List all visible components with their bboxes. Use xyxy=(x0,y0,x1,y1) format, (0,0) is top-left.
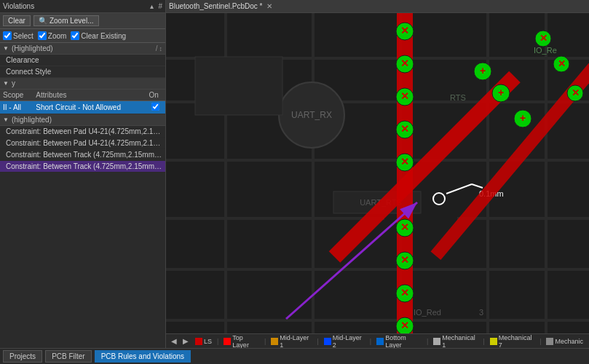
svg-text:✕: ✕ xyxy=(400,25,409,36)
layer-tab-ls[interactable]: LS xyxy=(192,337,215,346)
svg-text:✕: ✕ xyxy=(400,254,409,266)
table-row[interactable]: II - All Short Circuit - Not Allowed xyxy=(0,101,165,114)
panel-title: Violations xyxy=(3,2,34,10)
svg-text:✕: ✕ xyxy=(558,58,566,69)
layer-tab-mech1[interactable]: Mechanical 1 xyxy=(430,333,481,349)
attributes-cell: Short Circuit - Not Allowed xyxy=(33,101,146,114)
svg-text:✕: ✕ xyxy=(572,87,580,98)
layer-mid1-dot xyxy=(271,338,278,345)
layer-bottom-label: Bottom Layer xyxy=(385,334,422,349)
select-label: Select xyxy=(13,32,33,40)
col-scope: Scope xyxy=(0,90,33,101)
on-cell xyxy=(146,101,165,114)
layer-mech7-dot xyxy=(490,338,497,345)
section3-header[interactable]: ▼ (highlighted) xyxy=(0,114,165,126)
layer-tab-mid1[interactable]: Mid-Layer 1 xyxy=(268,333,315,349)
doc-title: Bluetooth_Sentinel.PcbDoc * xyxy=(169,2,262,10)
zoom-option[interactable]: Zoom xyxy=(38,31,67,40)
violation-entry-3[interactable]: Constraint: Between Track (4.725mm,2.15m… xyxy=(0,161,165,173)
section1-header[interactable]: ▼ (Highlighted) / ↕ xyxy=(0,43,165,55)
svg-rect-6 xyxy=(166,268,589,271)
section2-header[interactable]: ▼ y xyxy=(0,78,165,90)
layer-tab-top[interactable]: Top Layer xyxy=(221,333,262,349)
list-item-clearance[interactable]: Clearance xyxy=(0,55,165,66)
zoom-option-label: Zoom xyxy=(48,32,67,40)
section1-label: (Highlighted) xyxy=(12,44,53,52)
svg-text:✕: ✕ xyxy=(400,320,409,331)
panel-titlebar: Violations ▴ # xyxy=(0,0,166,12)
select-option[interactable]: Select xyxy=(3,31,33,40)
clear-existing-label: Clear Existing xyxy=(81,32,126,40)
svg-text:RTS: RTS xyxy=(450,93,466,102)
clear-existing-checkbox[interactable] xyxy=(71,31,79,40)
violation-entry-1[interactable]: Constraint: Between Pad U4-21(4.725mm,2.… xyxy=(0,138,165,149)
layer-mech1-dot xyxy=(433,338,440,345)
table-header-row: Scope Attributes On xyxy=(0,90,165,101)
svg-rect-3 xyxy=(166,159,589,162)
layer-prev-btn[interactable]: ◀ xyxy=(169,337,179,345)
svg-rect-15 xyxy=(195,57,282,115)
rule-on-checkbox[interactable] xyxy=(151,103,159,111)
layer-mech-other-label: Mechanic xyxy=(555,338,583,345)
section1-suffix: / xyxy=(156,44,158,52)
layer-mid1-label: Mid-Layer 1 xyxy=(280,334,312,349)
layer-tabs: ◀ ▶ LS | Top Layer | Mid-Layer 1 | xyxy=(166,333,589,348)
scope-cell: II - All xyxy=(0,101,33,114)
svg-rect-9 xyxy=(312,13,315,348)
tab-pcb-rules-label: PCB Rules and Violations xyxy=(101,352,184,360)
svg-text:✕: ✕ xyxy=(400,90,409,102)
layer-tab-mid2[interactable]: Mid-Layer 2 xyxy=(321,333,368,349)
clear-existing-option[interactable]: Clear Existing xyxy=(71,31,126,40)
svg-text:✕: ✕ xyxy=(400,123,409,135)
svg-text:3: 3 xyxy=(479,308,483,317)
tab-projects-label: Projects xyxy=(9,352,36,360)
violations-table: Scope Attributes On II - All Short Circu… xyxy=(0,90,165,114)
svg-text:+: + xyxy=(480,65,486,76)
main-container: Violations ▴ # Bluetooth_Sentinel.PcbDoc… xyxy=(0,0,589,364)
layer-next-btn[interactable]: ▶ xyxy=(181,337,191,345)
svg-text:✕: ✕ xyxy=(539,33,548,44)
layer-tab-mech-other[interactable]: Mechanic xyxy=(543,337,586,346)
layer-mech7-label: Mechanical 7 xyxy=(499,334,534,349)
layer-tab-bottom[interactable]: Bottom Layer xyxy=(373,333,424,349)
bottom-bar: Projects PCB Filter PCB Rules and Violat… xyxy=(0,348,589,364)
tab-pcb-filter[interactable]: PCB Filter xyxy=(45,350,92,363)
select-checkbox[interactable] xyxy=(3,31,12,40)
tab-projects[interactable]: Projects xyxy=(3,350,42,363)
svg-rect-5 xyxy=(457,217,589,220)
svg-text:✕: ✕ xyxy=(400,287,409,298)
zoom-checkbox[interactable] xyxy=(38,31,47,40)
panel-options: Select Zoom Clear Existing xyxy=(0,29,165,43)
tab-pcb-rules[interactable]: PCB Rules and Violations xyxy=(95,350,191,363)
violations-list[interactable]: ▼ (Highlighted) / ↕ Clearance Connect St… xyxy=(0,43,165,348)
zoom-label: Zoom Level... xyxy=(50,17,94,25)
panel-close-icon[interactable]: # xyxy=(158,2,162,10)
layer-mech1-label: Mechanical 1 xyxy=(442,334,478,349)
clear-button[interactable]: Clear xyxy=(3,15,31,26)
violation-entry-0[interactable]: Constraint: Between Pad U4-21(4.725mm,2.… xyxy=(0,126,165,138)
layer-tab-mech7[interactable]: Mechanical 7 xyxy=(487,333,537,349)
svg-text:IO_Re: IO_Re xyxy=(534,46,557,55)
expand-icon-1: ▼ xyxy=(3,45,9,52)
svg-text:UART_RX: UART_RX xyxy=(291,110,332,120)
expand-icon-3: ▼ xyxy=(3,116,9,123)
layer-ls-dot xyxy=(195,338,202,345)
list-item-connect-style[interactable]: Connect Style xyxy=(0,66,165,78)
layer-bottom-dot xyxy=(376,338,384,345)
violations-table-container: Scope Attributes On II - All Short Circu… xyxy=(0,90,165,114)
layer-mech-other-dot xyxy=(546,338,553,345)
tab-pcb-filter-label: PCB Filter xyxy=(52,352,85,360)
panel-pin-icon[interactable]: ▴ xyxy=(150,2,154,10)
violation-entry-2[interactable]: Constraint: Between Track (4.725mm,2.15m… xyxy=(0,149,165,161)
pcb-area[interactable]: UART_RX UART_RTS IO_Red 3 IO_Re RTS xyxy=(166,13,589,348)
svg-text:✕: ✕ xyxy=(400,221,409,233)
svg-text:+: + xyxy=(520,112,526,124)
zoom-level-button[interactable]: 🔍 Zoom Level... xyxy=(33,15,99,26)
violations-panel: Clear 🔍 Zoom Level... Select Zoom xyxy=(0,13,166,348)
svg-text:IO_Red: IO_Red xyxy=(414,308,441,317)
expand-icon-2: ▼ xyxy=(3,80,9,87)
doc-close-icon[interactable]: ✕ xyxy=(266,2,272,10)
svg-rect-7 xyxy=(166,319,589,322)
layer-top-label: Top Layer xyxy=(232,334,259,349)
svg-text:✕: ✕ xyxy=(400,58,409,69)
